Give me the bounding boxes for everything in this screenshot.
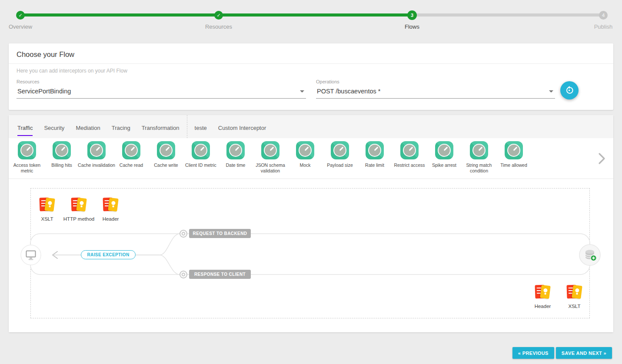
gauge-icon xyxy=(505,141,523,159)
request-interceptor-header[interactable]: Header xyxy=(95,196,126,222)
interceptor-mock[interactable]: Mock xyxy=(288,141,323,168)
step-circle-publish[interactable]: 4 xyxy=(599,11,608,20)
gauge-icon xyxy=(435,141,453,159)
previous-button[interactable]: « PREVIOUS xyxy=(512,347,554,359)
document-lightbulb-icon xyxy=(535,284,551,300)
tab-security[interactable]: Security xyxy=(38,115,70,138)
stepper-segment xyxy=(20,13,219,17)
step-circle-flows[interactable]: 3 xyxy=(407,10,417,20)
interceptor-label: Spike arrest xyxy=(425,162,464,168)
restore-flow-button[interactable] xyxy=(560,81,579,99)
interceptor-rate-limit[interactable]: Rate limit xyxy=(357,141,392,168)
interceptor-billing-hits[interactable]: Billing hits xyxy=(44,141,79,168)
request-interceptor-xslt[interactable]: XSLT xyxy=(31,196,63,222)
resources-label: Resources xyxy=(17,79,306,84)
wizard-footer: « PREVIOUS SAVE AND NEXT » xyxy=(512,347,612,359)
stepper-segment xyxy=(219,13,412,17)
stepper-segment xyxy=(412,13,603,17)
chevron-down-icon xyxy=(549,90,553,93)
gauge-icon xyxy=(400,141,419,159)
interceptor-restrict-access[interactable]: Restrict access xyxy=(392,141,427,168)
tab-label: Security xyxy=(44,118,64,136)
gauge-icon xyxy=(470,141,488,159)
interceptor-access-token-metric[interactable]: Access token metric xyxy=(10,141,44,174)
operations-select[interactable]: POST /buscaeventos * xyxy=(316,87,555,99)
tab-label: teste xyxy=(195,118,207,136)
step-circle-overview[interactable]: ✓ xyxy=(16,11,25,20)
flow-canvas: REQUEST TO BACKEND RESPONSE TO CLIENT RA… xyxy=(9,179,613,332)
interceptor-client-id-metric[interactable]: Client ID metric xyxy=(183,141,218,168)
gauge-icon xyxy=(192,141,210,159)
tab-label: Tracing xyxy=(112,118,130,136)
interceptors-card: TrafficSecurityMediationTracingTransform… xyxy=(9,115,613,332)
chevron-right-icon xyxy=(597,152,606,165)
interceptor-label: XSLT xyxy=(41,216,53,222)
interceptor-cache-write[interactable]: Cache write xyxy=(149,141,183,168)
tab-label: Mediation xyxy=(76,118,100,136)
response-interceptor-header[interactable]: Header xyxy=(527,284,559,309)
interceptor-date-time[interactable]: Date time xyxy=(218,141,253,168)
operations-value: POST /buscaeventos * xyxy=(317,88,380,95)
gauge-icon xyxy=(296,141,314,159)
gauge-icon xyxy=(331,141,349,159)
response-flow-interceptors: HeaderXSLT xyxy=(527,284,590,309)
step-label-overview: Overview xyxy=(0,23,64,30)
interceptor-string-match-condition[interactable]: String match condition xyxy=(462,141,496,174)
resources-value: ServicePortBinding xyxy=(17,88,71,95)
interceptor-label: Date time xyxy=(216,162,255,168)
document-lightbulb-icon xyxy=(103,196,119,213)
raise-exception-button[interactable]: RAISE EXCEPTION xyxy=(81,250,136,259)
interceptor-time-allowed[interactable]: Time allowed xyxy=(496,141,531,168)
tab-tracing[interactable]: Tracing xyxy=(106,115,136,138)
interceptor-label: Header xyxy=(535,304,551,309)
gauge-icon xyxy=(122,141,140,159)
interceptor-label: Payload size xyxy=(320,162,359,168)
step-label-publish: Publish xyxy=(560,23,622,30)
operations-label: Operations xyxy=(316,79,555,84)
tab-custom-interceptor[interactable]: Custom Interceptor xyxy=(213,115,272,138)
resources-select[interactable]: ServicePortBinding xyxy=(17,87,306,99)
gauge-icon xyxy=(226,141,245,159)
gauge-icon xyxy=(157,141,175,159)
request-to-backend-label: REQUEST TO BACKEND xyxy=(189,229,251,238)
response-to-client-label: RESPONSE TO CLIENT xyxy=(189,270,251,279)
save-and-next-button[interactable]: SAVE AND NEXT » xyxy=(556,347,612,359)
interceptor-json-schema-validation[interactable]: JSON schema validation xyxy=(253,141,288,174)
step-circle-resources[interactable]: ✓ xyxy=(214,11,223,20)
palette-scroll-right[interactable] xyxy=(597,152,606,167)
interceptor-payload-size[interactable]: Payload size xyxy=(323,141,357,168)
interceptor-label: Header xyxy=(103,216,119,222)
interceptor-label: String match condition xyxy=(459,162,499,174)
tab-mediation[interactable]: Mediation xyxy=(70,115,106,138)
tab-label: Custom Interceptor xyxy=(218,118,266,136)
interceptor-cache-read[interactable]: Cache read xyxy=(114,141,149,168)
interceptor-cache-invalidation[interactable]: Cache invalidation xyxy=(79,141,114,168)
interceptor-label: JSON schema validation xyxy=(251,162,290,174)
interceptor-spike-arrest[interactable]: Spike arrest xyxy=(427,141,462,168)
backend-endpoint[interactable] xyxy=(579,245,600,265)
interceptor-label: Cache read xyxy=(112,162,151,168)
request-interceptor-http-method[interactable]: HTTP method xyxy=(63,196,95,222)
page-title: Choose your Flow xyxy=(9,43,613,64)
interceptor-palette: Access token metricBilling hitsCache inv… xyxy=(9,138,613,179)
gauge-icon xyxy=(53,141,71,159)
response-interceptor-xslt[interactable]: XSLT xyxy=(559,284,590,309)
tab-label: Transformation xyxy=(142,118,180,136)
interceptor-label: Billing hits xyxy=(42,162,81,168)
client-endpoint xyxy=(21,245,41,265)
interceptor-label: Access token metric xyxy=(7,162,47,174)
response-node xyxy=(180,271,187,278)
tab-traffic[interactable]: Traffic xyxy=(12,115,38,138)
document-lightbulb-icon xyxy=(566,284,583,300)
document-lightbulb-icon xyxy=(39,196,56,213)
interceptor-label: Cache invalidation xyxy=(77,162,116,168)
tab-transformation[interactable]: Transformation xyxy=(136,115,185,138)
gauge-icon xyxy=(87,141,106,159)
request-flow-interceptors: XSLTHTTP methodHeader xyxy=(31,196,126,222)
interceptor-label: Rate limit xyxy=(355,162,394,168)
gauge-icon xyxy=(261,141,279,159)
tab-teste[interactable]: teste xyxy=(189,115,213,138)
interceptor-tabs: TrafficSecurityMediationTracingTransform… xyxy=(9,115,613,138)
history-restore-icon xyxy=(565,86,574,95)
document-lightbulb-icon xyxy=(71,196,87,213)
